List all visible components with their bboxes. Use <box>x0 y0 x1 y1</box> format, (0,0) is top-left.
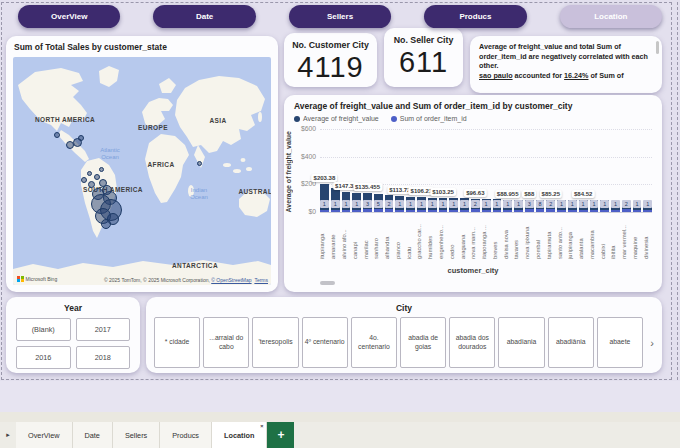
attribution-text: © 2025 TomTom, © 2025 Microsoft Corporat… <box>104 277 211 283</box>
page-tab-location[interactable]: Location× <box>212 422 267 448</box>
x-tick-label: juripiranga <box>568 215 574 259</box>
city-option-4o-centenario[interactable]: 4o. centenario <box>351 317 397 368</box>
order-items-value: 1 <box>342 200 351 208</box>
insight-scrollbar[interactable] <box>656 41 659 54</box>
insight-textbox: Average of freight_value and total Sum o… <box>470 36 662 93</box>
nav-button-date[interactable]: Date <box>153 5 255 28</box>
year-option-blank[interactable]: (Blank) <box>16 318 71 341</box>
bar-column-icatu[interactable]: 1icatu <box>406 129 415 264</box>
bing-logo[interactable]: Microsoft Bing <box>17 276 57 283</box>
bar-column-amarante[interactable]: 1amarante <box>331 129 340 264</box>
y-tick-label: $600 <box>290 125 316 132</box>
bar-column-cabixi[interactable]: 1cabixi <box>600 129 609 264</box>
order-items-bar <box>503 210 512 212</box>
map-bubble[interactable] <box>88 181 95 188</box>
bar-column-marilac[interactable]: 3$135.455marilac <box>363 129 372 264</box>
order-items-value: 1 <box>493 200 502 208</box>
x-tick-label: icatu <box>407 215 413 259</box>
x-tick-label: pombal <box>536 215 542 259</box>
bar-column-divisa-nova[interactable]: 1$88.955divisa nova <box>503 129 512 264</box>
bar-column-alvino-afo[interactable]: 1$147.32alvino afo... <box>342 129 351 264</box>
page-tab-overview[interactable]: OverView <box>16 422 73 448</box>
year-option-2017[interactable]: 2017 <box>76 318 131 341</box>
bar-column-atalanta[interactable]: 1$84.52atalanta <box>579 129 588 264</box>
city-option-abadiania[interactable]: abadiania <box>498 317 544 368</box>
city-next-chevron-icon[interactable]: › <box>646 317 658 368</box>
bar-column-pianco[interactable]: 1$113.72pianco <box>395 129 404 264</box>
x-tick-label: canapi <box>353 215 359 259</box>
x-tick-label: cabixi <box>601 215 607 259</box>
order-items-value: 1 <box>406 200 415 208</box>
map-bubble[interactable] <box>87 171 92 176</box>
page-tab-date[interactable]: Date <box>73 422 113 448</box>
tab-close-icon[interactable]: × <box>260 424 263 430</box>
city-option-teresopolis[interactable]: 'teresopolis <box>252 317 298 368</box>
order-items-bar <box>417 210 426 212</box>
page-tab-producs[interactable]: Producs <box>160 422 212 448</box>
chart-horizontal-scrollbar[interactable] <box>320 281 335 285</box>
map-bubble[interactable] <box>197 161 202 166</box>
freight-data-label: $96.63 <box>464 189 486 197</box>
city-option-abadia-dos-dourados[interactable]: abadia dos dourados <box>449 317 495 368</box>
order-items-bar <box>633 210 642 212</box>
kpi-seller-city-title: No. Seller City <box>384 35 463 45</box>
bar-column-nova-ipixuna[interactable]: 3$88nova ipixuna <box>525 129 534 264</box>
map-bubble[interactable] <box>101 219 111 229</box>
bar-column-alhandra[interactable]: 2alhandra <box>385 129 394 264</box>
insight-link[interactable]: sao paulo <box>479 71 513 80</box>
bar-column-mar-vermel[interactable]: 2mar vermel... <box>622 129 631 264</box>
legend-item-sum-of-order-item-id[interactable]: Sum of order_item_id <box>391 115 467 122</box>
terms-link[interactable]: Terms <box>254 277 268 283</box>
bar-column-humildes[interactable]: 1humildes <box>428 129 437 264</box>
map-bubble[interactable] <box>99 167 104 172</box>
bar-column-nova-mam[interactable]: 2$96.63nova mam... <box>471 129 480 264</box>
map-bubble[interactable] <box>54 132 60 138</box>
x-tick-label: tavares <box>514 215 520 259</box>
bar-column-cedro[interactable]: 1cedro <box>449 129 458 264</box>
kpi-customer-city-title: No. Customer City <box>284 40 377 50</box>
order-items-value: 1 <box>600 200 609 208</box>
year-slicer: Year (Blank)201720162018 <box>6 297 140 373</box>
bar-column-maquine[interactable]: 1maquine <box>633 129 642 264</box>
add-page-button[interactable]: + <box>267 422 294 448</box>
tab-scroll-icon[interactable]: ▸ <box>0 422 16 448</box>
city-option-abadia-de-goias[interactable]: abadia de goias <box>400 317 446 368</box>
nav-button-producs[interactable]: Producs <box>424 5 526 28</box>
year-option-2018[interactable]: 2018 <box>76 346 131 369</box>
year-option-2016[interactable]: 2016 <box>16 346 71 369</box>
bar-column-divinesia[interactable]: 1divinesia <box>643 129 652 264</box>
legend-dot <box>391 116 397 122</box>
bar-column-sanharo[interactable]: 5sanharo <box>374 129 383 264</box>
nav-button-location[interactable]: Location <box>560 5 662 28</box>
nav-button-overview[interactable]: OverView <box>18 5 120 28</box>
map-bubble[interactable] <box>94 174 100 180</box>
map-bubble[interactable] <box>81 177 87 183</box>
insight-link[interactable]: 16.24% <box>564 71 588 80</box>
order-items-bar <box>482 210 491 212</box>
page-tab-sellers[interactable]: Sellers <box>113 422 160 448</box>
order-items-bar <box>342 210 351 212</box>
bar-column-engenheiro[interactable]: 1$103.25engenheiro... <box>439 129 448 264</box>
x-axis-title: customer_city <box>284 266 662 275</box>
bar-column-tapiramuta[interactable]: 2$85.25tapiramuta <box>546 129 555 264</box>
city-option-abadi-nia[interactable]: abadiânia <box>548 317 594 368</box>
x-tick-label: cedro <box>450 215 456 259</box>
city-option-arraial-do-cabo[interactable]: ...arraial do cabo <box>203 317 249 368</box>
city-option-abaete[interactable]: abaete <box>597 317 643 368</box>
bar-column-graccho-car[interactable]: 1$106.21graccho car... <box>417 129 426 264</box>
osm-link[interactable]: © OpenStreetMap <box>211 277 251 283</box>
order-items-bar <box>611 210 620 212</box>
nav-button-sellers[interactable]: Sellers <box>289 5 391 28</box>
legend-item-average-of-freight-value[interactable]: Average of freight_value <box>294 115 379 122</box>
order-items-bar <box>331 210 340 212</box>
bar-column-ibitita[interactable]: 1ibitita <box>611 129 620 264</box>
city-option-cidade[interactable]: * cidade <box>154 317 200 368</box>
map-bubble[interactable] <box>78 135 84 141</box>
freight-data-label: $103.25 <box>430 188 456 196</box>
city-option-4-centenario[interactable]: 4º centenario <box>302 317 348 368</box>
bar-column-itupiranga[interactable]: 1$203.38itupiranga <box>320 129 329 264</box>
order-items-value: 3 <box>363 200 372 208</box>
freight-data-label: $88 <box>522 190 536 198</box>
bar-column-canapi[interactable]: 1canapi <box>352 129 361 264</box>
world-map[interactable]: NORTH AMERICAEUROPEASIAAFRICASOUTH AMERI… <box>13 57 271 285</box>
